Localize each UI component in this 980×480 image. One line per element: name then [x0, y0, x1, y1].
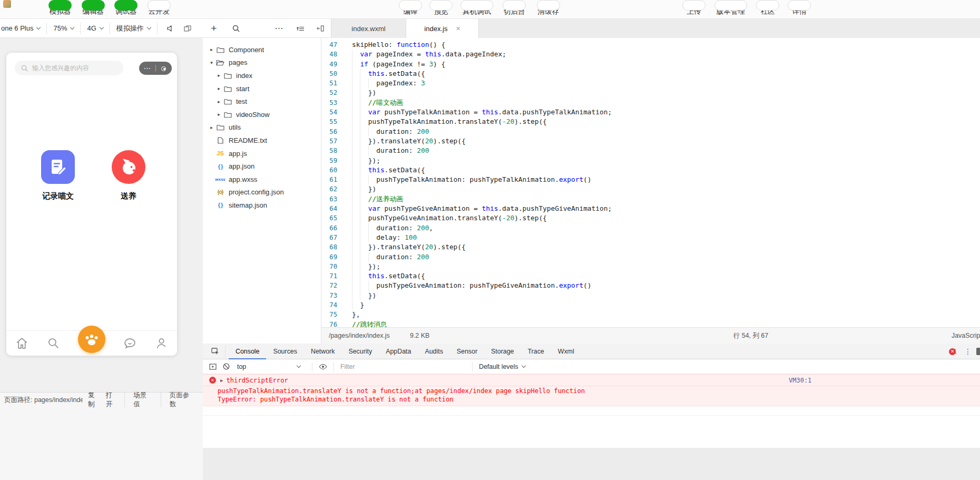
compile-toggle[interactable]: [399, 0, 422, 11]
tab-index-js[interactable]: index.js ×: [406, 19, 479, 38]
clear-console-icon[interactable]: [223, 363, 230, 370]
status-cursor-position[interactable]: 行 54, 列 67: [733, 328, 768, 344]
more-options-icon[interactable]: ⋯: [272, 22, 286, 35]
clear-cache-button[interactable]: 清缓存: [538, 7, 560, 19]
expand-arrow-icon[interactable]: ▸: [208, 125, 215, 130]
mute-speaker-icon[interactable]: [164, 22, 178, 35]
expand-arrow-icon[interactable]: ▸: [208, 47, 215, 52]
console-tab-sources[interactable]: Sources: [266, 344, 303, 359]
eye-icon[interactable]: [319, 364, 327, 369]
tree-item-pages[interactable]: ▾pages: [203, 56, 321, 70]
app-tile-notes[interactable]: 记录喵文: [41, 150, 75, 201]
user-avatar[interactable]: [3, 0, 11, 8]
capsule-more-icon[interactable]: ⋯: [139, 62, 155, 75]
expand-disclosure-icon[interactable]: ▶: [220, 378, 223, 383]
tree-item-test[interactable]: ▸test: [203, 95, 321, 108]
device-selector[interactable]: one 6 Plus: [1, 24, 40, 32]
wechat-capsule[interactable]: ⋯: [139, 62, 172, 75]
console-tab-security[interactable]: Security: [341, 344, 379, 359]
tab-page-params[interactable]: 页面参数: [161, 393, 203, 407]
real-device-debug-button[interactable]: 真机调试: [463, 7, 491, 19]
switch-background-toggle[interactable]: [503, 0, 526, 11]
error-source-link[interactable]: VM30:1: [789, 377, 811, 384]
console-tab-sensor[interactable]: Sensor: [450, 344, 484, 359]
upload-toggle[interactable]: [682, 0, 705, 11]
tree-item-sitemap-json[interactable]: { }sitemap.json: [203, 199, 321, 212]
console-tab-network[interactable]: Network: [304, 344, 341, 359]
app-tile-adopt[interactable]: 送养: [112, 150, 145, 201]
open-path-link[interactable]: 打开: [106, 391, 119, 409]
status-language[interactable]: JavaScript: [952, 328, 980, 344]
top-frame-icon[interactable]: [209, 364, 217, 370]
switch-background-button[interactable]: 切后台: [504, 7, 525, 19]
tree-item-app-wxss[interactable]: wxssapp.wxss: [203, 173, 321, 186]
preview-toggle[interactable]: [429, 0, 453, 11]
search-icon[interactable]: [229, 22, 243, 35]
console-tab-audits[interactable]: Audits: [418, 344, 449, 359]
console-error-entry[interactable]: ✕ ▶ thirdScriptError VM30:1: [203, 374, 980, 386]
console-tab-wxml[interactable]: Wxml: [551, 344, 581, 359]
console-tab-appdata[interactable]: AppData: [379, 344, 418, 359]
tree-item-component[interactable]: ▸Component: [203, 43, 321, 56]
chat-icon[interactable]: [123, 337, 137, 350]
network-selector[interactable]: 4G: [87, 24, 103, 32]
tab-scene-value[interactable]: 场景值: [124, 393, 160, 407]
debugger-button[interactable]: 调试器: [115, 7, 137, 19]
real-device-debug-toggle[interactable]: [460, 0, 493, 11]
expand-arrow-icon[interactable]: ▸: [215, 112, 222, 117]
copy-path-link[interactable]: 复制: [88, 391, 101, 409]
mini-app-search-input[interactable]: 输入您感兴趣的内容: [15, 61, 123, 75]
expand-arrow-icon[interactable]: ▸: [215, 99, 222, 104]
version-management-button[interactable]: 版本管理: [717, 7, 745, 19]
tree-item-app-json[interactable]: { }app.json: [203, 160, 321, 173]
kebab-menu-icon[interactable]: ⋮: [964, 347, 972, 356]
tab-index-wxml[interactable]: index.wxml: [331, 19, 406, 38]
tree-item-index[interactable]: ▸index: [203, 69, 321, 82]
upload-button[interactable]: 上传: [685, 7, 703, 19]
capsule-minimize-icon[interactable]: [156, 62, 172, 75]
console-tab-trace[interactable]: Trace: [521, 344, 551, 359]
code-editor[interactable]: 47skipHello: function() {48var pageIndex…: [321, 38, 980, 327]
tree-item-start[interactable]: ▸start: [203, 82, 321, 95]
tree-item-project-config-json[interactable]: {o}project.config.json: [203, 186, 321, 199]
simulate-action-selector[interactable]: 模拟操作: [116, 24, 151, 33]
details-toggle[interactable]: [788, 0, 811, 11]
version-management-toggle[interactable]: [714, 0, 747, 11]
expand-arrow-icon[interactable]: ▸: [215, 86, 222, 91]
simulator-toggle[interactable]: [48, 0, 72, 11]
editor-toggle[interactable]: [82, 0, 105, 11]
compile-button[interactable]: 编译: [401, 7, 419, 19]
collapse-arrow-icon[interactable]: ▾: [208, 60, 215, 65]
paw-button[interactable]: [78, 326, 105, 353]
cloud-dev-toggle[interactable]: [148, 0, 171, 11]
sort-list-icon[interactable]: [293, 22, 307, 35]
close-tab-icon[interactable]: ×: [456, 24, 460, 33]
cloud-dev-button[interactable]: 云开发: [149, 7, 170, 19]
console-tab-console[interactable]: Console: [229, 344, 266, 359]
add-file-icon[interactable]: +: [207, 22, 221, 35]
console-tab-storage[interactable]: Storage: [484, 344, 521, 359]
community-toggle[interactable]: [756, 0, 779, 11]
screen-rotate-icon[interactable]: [181, 22, 194, 35]
tree-item-readme-txt[interactable]: README.txt: [203, 134, 321, 147]
tree-item-videoshow[interactable]: ▸videoShow: [203, 108, 321, 121]
inspect-element-icon[interactable]: [208, 345, 222, 358]
debugger-toggle[interactable]: [114, 0, 138, 11]
editor-button[interactable]: 编辑器: [83, 7, 104, 19]
zoom-selector[interactable]: 75%: [53, 24, 74, 32]
collapse-panel-icon[interactable]: [313, 22, 327, 35]
tree-item-app-js[interactable]: JSapp.js: [203, 147, 321, 160]
profile-icon[interactable]: [154, 337, 168, 350]
expand-arrow-icon[interactable]: ▸: [215, 73, 222, 78]
simulator-button[interactable]: 模拟器: [50, 7, 71, 19]
tree-item-utils[interactable]: ▸utils: [203, 121, 321, 134]
error-count-indicator[interactable]: ✕ 1: [949, 348, 957, 355]
console-filter-input[interactable]: [339, 363, 466, 371]
community-button[interactable]: 社区: [759, 7, 777, 19]
clear-cache-toggle[interactable]: [537, 0, 560, 11]
preview-button[interactable]: 预览: [432, 7, 450, 19]
execution-context-selector[interactable]: top: [237, 363, 306, 370]
log-levels-selector[interactable]: Default levels: [479, 363, 525, 370]
home-icon[interactable]: [15, 337, 29, 350]
dock-side-icon[interactable]: [976, 348, 980, 355]
